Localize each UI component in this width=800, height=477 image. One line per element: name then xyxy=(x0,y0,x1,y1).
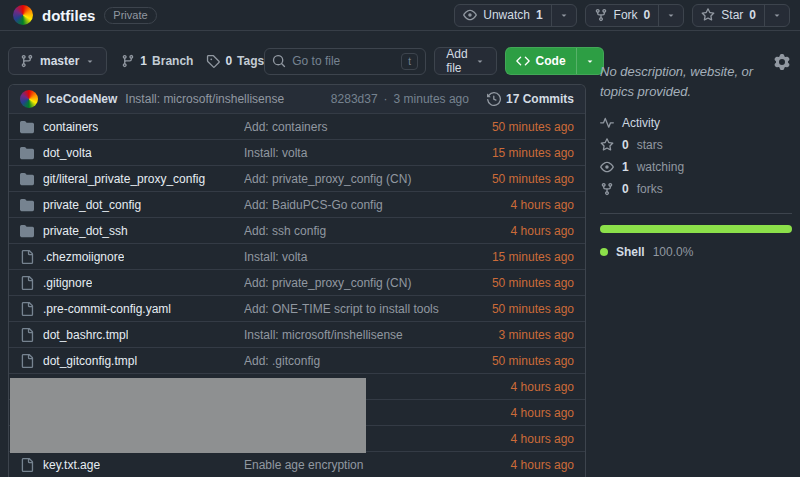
commit-message[interactable]: Add: private_proxy_config (CN) xyxy=(244,276,492,290)
commit-message[interactable]: Add: private_proxy_config (CN) xyxy=(244,172,492,186)
unwatch-button[interactable]: Unwatch1 xyxy=(454,4,576,27)
tag-icon xyxy=(206,54,220,68)
gear-icon[interactable] xyxy=(774,54,790,70)
branch-selector-button[interactable]: master xyxy=(8,47,107,75)
commit-time: 15 minutes ago xyxy=(492,250,574,264)
file-name[interactable]: key.txt.age xyxy=(43,458,100,472)
commit-meta: 8283d37 · 3 minutes ago 17 Commits xyxy=(331,92,574,106)
code-button-main[interactable]: Code xyxy=(506,48,576,74)
stat-count: 0 xyxy=(622,138,629,152)
commit-message[interactable]: Add: containers xyxy=(244,120,492,134)
table-row[interactable]: private_dot_sshAdd: ssh config4 hours ag… xyxy=(9,217,585,243)
sidebar-stat-forks[interactable]: 0forks xyxy=(600,182,792,196)
folder-icon xyxy=(20,146,34,160)
code-button-label: Code xyxy=(536,54,566,68)
unwatch-button-main[interactable]: Unwatch1 xyxy=(455,5,550,26)
commit-time: 50 minutes ago xyxy=(492,172,574,186)
file-name[interactable]: dot_bashrc.tmpl xyxy=(43,328,128,342)
file-name-cell: dot_gitconfig.tmpl xyxy=(20,354,244,368)
commit-author[interactable]: IceCodeNew xyxy=(46,92,117,106)
repo-action-buttons: Unwatch1Fork0Star0 xyxy=(454,4,790,27)
file-icon xyxy=(20,250,34,264)
commit-time: 50 minutes ago xyxy=(492,276,574,290)
file-name-cell: private_dot_ssh xyxy=(20,224,244,238)
file-name-cell: git/literal_private_proxy_config xyxy=(20,172,244,186)
action-label: Unwatch xyxy=(483,8,530,22)
table-row[interactable]: .chezmoiignoreInstall: volta15 minutes a… xyxy=(9,243,585,269)
commit-message[interactable]: Add: .gitconfig xyxy=(244,354,492,368)
chevron-down-icon[interactable] xyxy=(764,5,789,26)
add-file-label: Add file xyxy=(446,47,467,75)
fork-button[interactable]: Fork0 xyxy=(585,4,685,27)
code-button[interactable]: Code xyxy=(505,47,604,75)
commit-time: 4 hours ago xyxy=(511,198,574,212)
file-name[interactable]: dot_gitconfig.tmpl xyxy=(43,354,137,368)
repo-owner-avatar[interactable] xyxy=(13,5,33,25)
latest-commit-bar: IceCodeNew Install: microsoft/inshellise… xyxy=(9,85,585,113)
commit-message[interactable]: Install: microsoft/inshellisense xyxy=(244,328,499,342)
action-count: 1 xyxy=(536,8,543,22)
commit-history-link[interactable]: 17 Commits xyxy=(487,92,574,106)
commit-time: 50 minutes ago xyxy=(492,354,574,368)
file-name[interactable]: .chezmoiignore xyxy=(43,250,124,264)
table-row[interactable]: .pre-commit-config.yamlAdd: ONE-TIME scr… xyxy=(9,295,585,321)
commit-time: 4 hours ago xyxy=(511,406,574,420)
commit-hash[interactable]: 8283d37 xyxy=(331,92,378,106)
commit-time: 15 minutes ago xyxy=(492,146,574,160)
file-name[interactable]: private_dot_config xyxy=(43,198,141,212)
chevron-down-icon[interactable] xyxy=(658,5,683,26)
fork-button-main[interactable]: Fork0 xyxy=(586,5,659,26)
commit-message[interactable]: Add: ssh config xyxy=(244,224,511,238)
file-toolbar: master 1 Branch 0 Tags t xyxy=(8,47,586,75)
chevron-down-icon[interactable] xyxy=(551,5,576,26)
sidebar-stat-activity[interactable]: Activity xyxy=(600,116,792,130)
code-button-dropdown[interactable] xyxy=(576,48,603,74)
file-name[interactable]: git/literal_private_proxy_config xyxy=(43,172,205,186)
commit-message[interactable]: Add: ONE-TIME script to install tools xyxy=(244,302,492,316)
add-file-button[interactable]: Add file xyxy=(434,47,496,75)
file-name[interactable]: containers xyxy=(43,120,98,134)
tags-link[interactable]: 0 Tags xyxy=(206,54,264,68)
table-row[interactable]: dot_bashrc.tmplInstall: microsoft/inshel… xyxy=(9,321,585,347)
table-row[interactable]: git/literal_private_proxy_configAdd: pri… xyxy=(9,165,585,191)
commit-author-avatar[interactable] xyxy=(20,90,38,108)
file-name[interactable]: private_dot_ssh xyxy=(43,224,128,238)
table-row[interactable]: key.txt.ageEnable age encryption4 hours … xyxy=(9,451,585,477)
search-input[interactable] xyxy=(292,54,395,68)
star-button-main[interactable]: Star0 xyxy=(693,5,764,26)
file-name[interactable]: dot_volta xyxy=(43,146,92,160)
repo-title[interactable]: dotfiles xyxy=(42,7,95,24)
stat-label: stars xyxy=(637,138,663,152)
stat-label: forks xyxy=(637,182,663,196)
table-row[interactable]: dot_gitconfig.tmplAdd: .gitconfig50 minu… xyxy=(9,347,585,373)
table-row[interactable]: .gitignoreAdd: private_proxy_config (CN)… xyxy=(9,269,585,295)
commit-message[interactable]: Enable age encryption xyxy=(244,458,511,472)
go-to-file-search[interactable]: t xyxy=(264,48,426,75)
table-row[interactable]: containersAdd: containers50 minutes ago xyxy=(9,113,585,139)
file-name[interactable]: .gitignore xyxy=(43,276,92,290)
table-row[interactable]: dot_voltaInstall: volta15 minutes ago xyxy=(9,139,585,165)
history-icon xyxy=(487,92,501,106)
language-item[interactable]: Shell100.0% xyxy=(600,245,792,259)
language-bar[interactable] xyxy=(600,225,792,233)
action-count: 0 xyxy=(644,8,651,22)
star-button[interactable]: Star0 xyxy=(692,4,790,27)
file-name-cell: private_dot_config xyxy=(20,198,244,212)
commit-time: 4 hours ago xyxy=(511,380,574,394)
file-name[interactable]: .pre-commit-config.yaml xyxy=(43,302,171,316)
commit-message[interactable]: Add: BaiduPCS-Go config xyxy=(244,198,511,212)
commit-message[interactable]: Install: volta xyxy=(244,146,492,160)
eye-icon xyxy=(463,8,477,22)
repo-stats-list: Activity0stars1watching0forks xyxy=(600,116,792,196)
sidebar-stat-watching[interactable]: 1watching xyxy=(600,160,792,174)
commit-message[interactable]: Install: volta xyxy=(244,250,492,264)
table-row[interactable]: private_dot_configAdd: BaiduPCS-Go confi… xyxy=(9,191,585,217)
folder-icon xyxy=(20,172,34,186)
git-branch-icon xyxy=(121,54,135,68)
stat-label: watching xyxy=(637,160,684,174)
file-icon xyxy=(20,302,34,316)
branches-link[interactable]: 1 Branch xyxy=(121,54,193,68)
star-icon xyxy=(600,138,614,152)
sidebar-stat-stars[interactable]: 0stars xyxy=(600,138,792,152)
commit-message[interactable]: Install: microsoft/inshellisense xyxy=(125,92,284,106)
